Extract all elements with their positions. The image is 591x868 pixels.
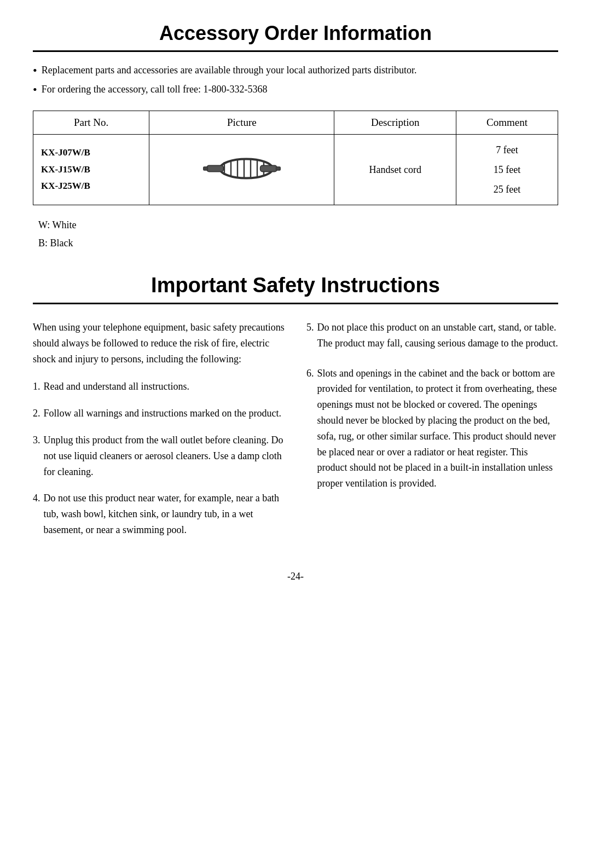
list-item-3: 3. Unplug this product from the wall out… xyxy=(33,432,285,479)
accessory-bullets: • Replacement parts and accessories are … xyxy=(33,63,558,97)
bullet-dot: • xyxy=(33,63,37,79)
bullet-text-1: Replacement parts and accessories are av… xyxy=(42,63,417,79)
item-number-1: 1. xyxy=(33,379,40,395)
col-header-description: Description xyxy=(334,111,456,135)
part-number-1: KX-J07W/B xyxy=(41,147,90,158)
col-header-comment: Comment xyxy=(456,111,558,135)
intro-paragraph: When using your telephone equipment, bas… xyxy=(33,320,285,367)
list-item-6: 6. Slots and openings in the cabinet and… xyxy=(306,366,558,491)
list-item-4: 4. Do not use this product near water, f… xyxy=(33,490,285,537)
svg-rect-11 xyxy=(276,166,280,170)
page-footer: -24- xyxy=(33,571,558,582)
part-numbers-cell: KX-J07W/B KX-J15W/B KX-J25W/B xyxy=(33,135,149,205)
accessory-section-title: Accessory Order Information xyxy=(33,22,558,45)
comment-2: 15 feet xyxy=(494,164,520,175)
col-header-picture: Picture xyxy=(149,111,334,135)
item-text-1: Read and understand all instructions. xyxy=(44,379,189,395)
item-number-5: 5. xyxy=(306,320,314,351)
table-header-row: Part No. Picture Description Comment xyxy=(33,111,558,135)
safety-section-title: Important Safety Instructions xyxy=(33,274,558,297)
part-number-2: KX-J15W/B xyxy=(41,164,90,175)
safety-divider xyxy=(33,303,558,304)
accessory-table: Part No. Picture Description Comment KX-… xyxy=(33,111,558,205)
item-number-3: 3. xyxy=(33,432,40,479)
right-numbered-list: 5. Do not place this product on an unsta… xyxy=(306,320,558,491)
right-column: 5. Do not place this product on an unsta… xyxy=(306,320,558,549)
color-note-white: W: White xyxy=(38,216,558,234)
item-text-5: Do not place this product on an unstable… xyxy=(317,320,559,351)
table-row: KX-J07W/B KX-J15W/B KX-J25W/B xyxy=(33,135,558,205)
col-header-partno: Part No. xyxy=(33,111,149,135)
picture-cell xyxy=(149,135,334,205)
safety-content: When using your telephone equipment, bas… xyxy=(33,320,558,549)
bullet-dot-2: • xyxy=(33,82,37,98)
item-text-4: Do not use this product near water, for … xyxy=(44,490,285,537)
left-numbered-list: 1. Read and understand all instructions.… xyxy=(33,379,285,537)
svg-rect-9 xyxy=(203,166,207,170)
title-divider xyxy=(33,50,558,52)
list-item-2: 2. Follow all warnings and instructions … xyxy=(33,406,285,421)
comment-cell: 7 feet 15 feet 25 feet xyxy=(456,135,558,205)
description-cell: Handset cord xyxy=(334,135,456,205)
list-item-1: 1. Read and understand all instructions. xyxy=(33,379,285,395)
svg-rect-8 xyxy=(207,165,223,171)
color-notes: W: White B: Black xyxy=(38,216,558,252)
svg-rect-10 xyxy=(260,165,276,171)
item-number-6: 6. xyxy=(306,366,314,491)
part-number-3: KX-J25W/B xyxy=(41,181,90,191)
left-column: When using your telephone equipment, bas… xyxy=(33,320,285,549)
item-text-3: Unplug this product from the wall outlet… xyxy=(44,432,285,479)
item-number-4: 4. xyxy=(33,490,40,537)
list-item-5: 5. Do not place this product on an unsta… xyxy=(306,320,558,351)
comment-3: 25 feet xyxy=(494,184,520,195)
bullet-item: • Replacement parts and accessories are … xyxy=(33,63,558,79)
item-text-6: Slots and openings in the cabinet and th… xyxy=(317,366,559,491)
item-text-2: Follow all warnings and instructions mar… xyxy=(44,406,281,421)
page-number: -24- xyxy=(287,571,304,582)
bullet-text-2: For ordering the accessory, call toll fr… xyxy=(42,82,268,98)
item-number-2: 2. xyxy=(33,406,40,421)
handset-cord-image xyxy=(198,144,286,193)
bullet-item-2: • For ordering the accessory, call toll … xyxy=(33,82,558,98)
color-note-black: B: Black xyxy=(38,234,558,252)
comment-1: 7 feet xyxy=(496,144,518,155)
